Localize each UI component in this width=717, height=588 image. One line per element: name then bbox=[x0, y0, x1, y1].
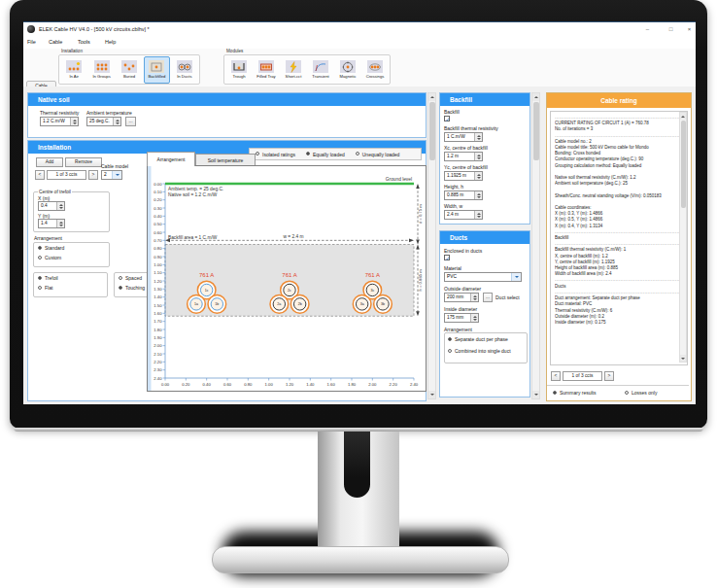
ambient-temperature-more-button[interactable]: ... bbox=[125, 117, 136, 126]
backfill-yc-input[interactable]: 1.1925 m bbox=[444, 171, 483, 181]
remove-circuit-button[interactable]: Remove bbox=[65, 157, 102, 167]
radio-summary-results[interactable]: Summary results bbox=[553, 390, 597, 396]
menu-cable[interactable]: Cable bbox=[49, 39, 62, 45]
arrangement-chart: 0.000.100.200.300.400.500.600.700.800.90… bbox=[147, 165, 427, 392]
maximize-button[interactable]: □ bbox=[665, 24, 677, 34]
menu-file[interactable]: File bbox=[27, 39, 36, 45]
spinner-arrows-icon[interactable] bbox=[474, 211, 482, 219]
inside-diameter-input[interactable]: 175 mm bbox=[444, 313, 479, 323]
menu-help[interactable]: Help bbox=[105, 39, 116, 45]
scroll-up-icon[interactable] bbox=[428, 93, 435, 101]
tab-arrangement[interactable]: Arrangement bbox=[147, 152, 195, 166]
spinner-arrows-icon[interactable] bbox=[56, 202, 64, 210]
menu-tools[interactable]: Tools bbox=[78, 39, 90, 45]
x-tick-label: 2.00 bbox=[368, 382, 377, 387]
ambient-temperature-input[interactable]: 25 deg.C. bbox=[86, 117, 121, 126]
backfill-width-input[interactable]: 2.4 m bbox=[444, 210, 483, 220]
spinner-arrows-icon[interactable] bbox=[470, 314, 478, 322]
scrollbar-thumb[interactable] bbox=[429, 102, 435, 160]
y-tick-label: 0.00 bbox=[154, 182, 162, 187]
chevron-down-icon bbox=[112, 171, 121, 179]
toolbar-button-filled-tray[interactable]: Filled Tray bbox=[254, 56, 279, 84]
spinner-arrows-icon[interactable] bbox=[56, 220, 64, 227]
radio-equally-loaded[interactable]: Equally loaded bbox=[306, 152, 345, 157]
toolbar-button-in-air[interactable]: In Air bbox=[61, 56, 86, 84]
material-select[interactable]: PVC bbox=[444, 272, 522, 282]
radio-touching[interactable]: Touching bbox=[119, 285, 145, 291]
toolbar-button-trough[interactable]: Trough bbox=[226, 56, 252, 84]
add-circuit-button[interactable]: Add bbox=[36, 157, 63, 167]
scroll-down-icon[interactable] bbox=[680, 355, 686, 362]
group-label-modules: Modules bbox=[226, 49, 243, 53]
radio-isolated-ratings[interactable]: Isolated ratings bbox=[256, 152, 295, 157]
y-tick-label: 1.70 bbox=[154, 319, 162, 324]
duct-select-button[interactable]: ... bbox=[483, 293, 493, 302]
toolbar-button-buried[interactable]: Buried bbox=[117, 56, 142, 84]
x-tick-label: 0.40 bbox=[203, 382, 212, 387]
in-air-icon bbox=[66, 60, 82, 73]
backfill-checkbox[interactable] bbox=[444, 116, 450, 121]
minimize-button[interactable]: – bbox=[641, 24, 654, 34]
scroll-down-icon[interactable] bbox=[428, 391, 435, 398]
middle-column-scrollbar[interactable] bbox=[531, 92, 540, 399]
next-circuit-button[interactable]: > bbox=[88, 170, 98, 180]
scroll-up-icon[interactable] bbox=[680, 113, 686, 120]
toolbar-button-label: Backfilled bbox=[148, 74, 165, 79]
scroll-down-icon[interactable] bbox=[532, 391, 539, 398]
radio-losses-only[interactable]: Losses only bbox=[625, 390, 657, 396]
y-tick-label: 2.10 bbox=[154, 352, 162, 357]
left-column-scrollbar[interactable] bbox=[427, 92, 436, 399]
radio-standard[interactable]: Standard bbox=[38, 245, 64, 251]
cable-model-select[interactable]: 2 bbox=[101, 170, 122, 180]
radio-spaced[interactable]: Spaced bbox=[119, 275, 142, 281]
backfill-panel: Backfill Backfill Backfill thermal resis… bbox=[439, 92, 530, 225]
backfill-enable-label: Backfill bbox=[444, 109, 460, 115]
scroll-up-icon[interactable] bbox=[532, 93, 539, 101]
spinner-arrows-icon[interactable] bbox=[470, 294, 478, 301]
inside-diameter-label: Inside diameter bbox=[444, 306, 477, 312]
trefoil-y-input[interactable]: 1.4 bbox=[38, 219, 65, 228]
toolbar-button-crossings[interactable]: Crossings bbox=[362, 56, 388, 84]
app-icon bbox=[27, 25, 35, 33]
backfill-xc-input[interactable]: 1.2 m bbox=[444, 152, 483, 161]
toolbar-button-short-cct[interactable]: Short-cct bbox=[281, 56, 306, 84]
toolbar-button-label: Trough bbox=[232, 74, 245, 79]
trefoil-x-input[interactable]: 0.4 bbox=[38, 201, 65, 211]
spinner-arrows-icon[interactable] bbox=[474, 133, 482, 141]
thermal-resistivity-input[interactable]: 1.2 C.m/W bbox=[40, 117, 79, 126]
spinner-arrows-icon[interactable] bbox=[474, 172, 482, 180]
enclosed-in-ducts-checkbox[interactable] bbox=[444, 255, 450, 260]
y-tick-label: 1.50 bbox=[154, 303, 162, 308]
rating-next-circuit-button[interactable]: > bbox=[604, 371, 614, 381]
spinner-arrows-icon[interactable] bbox=[474, 191, 482, 199]
spinner-arrows-icon[interactable] bbox=[113, 118, 120, 125]
outside-diameter-input[interactable]: 200 mm bbox=[444, 293, 479, 302]
circuit-nav-label: 1 of 3 ccts bbox=[47, 170, 86, 180]
scrollbar-thumb[interactable] bbox=[681, 121, 686, 208]
prev-circuit-button[interactable]: < bbox=[35, 170, 45, 180]
scrollbar-thumb[interactable] bbox=[533, 102, 539, 160]
spinner-arrows-icon[interactable] bbox=[474, 153, 482, 160]
trough-icon bbox=[231, 60, 247, 73]
short-cct-icon bbox=[286, 60, 301, 73]
backfill-resistivity-input[interactable]: 1 C.m/W bbox=[444, 132, 483, 142]
backfill-height-input[interactable]: 0.885 m bbox=[444, 190, 483, 200]
rating-prev-circuit-button[interactable]: < bbox=[551, 371, 561, 381]
radio-combined-duct[interactable]: Combined into single duct bbox=[448, 348, 511, 354]
radio-trefoil[interactable]: Trefoil bbox=[38, 275, 58, 281]
toolbar-button-in-groups[interactable]: In Groups bbox=[88, 56, 114, 84]
spinner-arrows-icon[interactable] bbox=[70, 118, 78, 125]
radio-unequally-loaded[interactable]: Unequally loaded bbox=[356, 152, 400, 157]
toolbar-button-transient[interactable]: Transient bbox=[308, 56, 333, 84]
toolbar-group-modules: TroughFilled TrayShort-cctTransientMagne… bbox=[223, 54, 391, 85]
toolbar-button-magnetic[interactable]: Magnetic bbox=[335, 56, 360, 84]
radio-custom[interactable]: Custom bbox=[38, 255, 61, 260]
arrowhead bbox=[416, 245, 420, 250]
title-bar: ELEK Cable HV V4.0 - [500 kV circuits.cb… bbox=[23, 22, 696, 36]
toolbar-button-backfilled[interactable]: Backfilled bbox=[144, 56, 169, 84]
toolbar-button-in-ducts[interactable]: In Ducts bbox=[172, 56, 197, 84]
results-scrollbar[interactable] bbox=[679, 112, 687, 363]
close-button[interactable]: × bbox=[683, 24, 696, 34]
radio-flat[interactable]: Flat bbox=[38, 285, 52, 291]
radio-separate-duct[interactable]: Separate duct per phase bbox=[448, 336, 508, 342]
